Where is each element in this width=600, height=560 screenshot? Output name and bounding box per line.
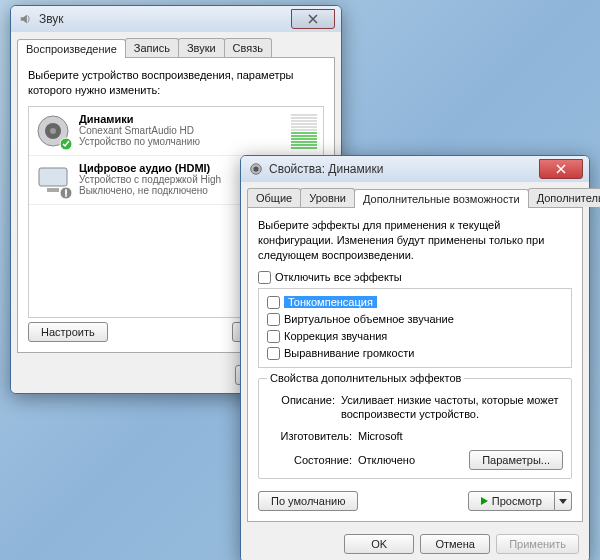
dialog-buttons: OK Отмена Применить [247,528,583,556]
state-value: Отключено [358,454,415,466]
tab-sounds[interactable]: Звуки [178,38,225,57]
level-meter [291,113,317,149]
device-name: Динамики [79,113,291,125]
device-status: Устройство по умолчанию [79,136,291,147]
effect-item[interactable]: Виртуальное объемное звучание [265,312,565,327]
effect-label: Тонкомпенсация [284,296,377,308]
effect-checkbox[interactable] [267,347,280,360]
window-body: Общие Уровни Дополнительные возможности … [241,182,589,560]
device-item[interactable]: Динамики Conexant SmartAudio HD Устройст… [29,107,323,156]
speaker-icon [249,162,263,176]
close-icon [308,14,318,24]
svg-point-8 [253,166,258,171]
preview-label: Просмотр [492,495,542,507]
tab-levels[interactable]: Уровни [300,188,355,207]
disable-all-label: Отключить все эффекты [275,271,402,283]
instruction-text: Выберите устройство воспроизведения, пар… [28,68,324,98]
titlebar[interactable]: Звук [11,6,341,32]
disable-all-input[interactable] [258,271,271,284]
effect-properties-group: Свойства дополнительных эффектов Описани… [258,378,572,480]
effect-item[interactable]: Коррекция звучания [265,329,565,344]
tab-panel: Выберите эффекты для применения к текуще… [247,208,583,522]
configure-button[interactable]: Настроить [28,322,108,342]
close-button[interactable] [539,159,583,179]
manufacturer-label: Изготовитель: [267,430,358,442]
tab-general[interactable]: Общие [247,188,301,207]
tab-advanced[interactable]: Дополнительно [528,188,600,207]
tabs: Воспроизведение Запись Звуки Связь [17,38,335,58]
tab-playback[interactable]: Воспроизведение [17,39,126,58]
description-label: Описание: [267,393,341,423]
ok-button[interactable]: OK [344,534,414,554]
effect-label: Виртуальное объемное звучание [284,313,454,325]
device-driver: Conexant SmartAudio HD [79,125,291,136]
cancel-button[interactable]: Отмена [420,534,490,554]
group-title: Свойства дополнительных эффектов [267,372,464,384]
window-title: Звук [39,12,291,26]
effect-label: Коррекция звучания [284,330,387,342]
window-title: Свойства: Динамики [269,162,539,176]
speaker-properties-window: Свойства: Динамики Общие Уровни Дополнит… [240,155,590,560]
parameters-button[interactable]: Параметры... [469,450,563,470]
default-badge-icon [59,137,73,151]
preview-dropdown-button[interactable] [555,491,572,511]
monitor-icon [35,162,71,198]
effect-label: Выравнивание громкости [284,347,414,359]
titlebar[interactable]: Свойства: Динамики [241,156,589,182]
tabs: Общие Уровни Дополнительные возможности … [247,188,583,208]
effect-item[interactable]: Выравнивание громкости [265,346,565,361]
manufacturer-value: Microsoft [358,430,563,442]
svg-rect-5 [47,188,59,192]
disable-all-checkbox[interactable]: Отключить все эффекты [258,271,572,284]
effects-list[interactable]: Тонкомпенсация Виртуальное объемное звуч… [258,288,572,368]
tab-enhancements[interactable]: Дополнительные возможности [354,189,529,208]
close-icon [556,164,566,174]
tab-recording[interactable]: Запись [125,38,179,57]
apply-button[interactable]: Применить [496,534,579,554]
speaker-icon [35,113,71,149]
description-text: Усиливает низкие частоты, которые может … [341,393,563,423]
tab-communications[interactable]: Связь [224,38,272,57]
close-button[interactable] [291,9,335,29]
play-icon [481,497,488,505]
state-label: Состояние: [267,454,358,466]
disabled-badge-icon [59,186,73,200]
instruction-text: Выберите эффекты для применения к текуще… [258,218,572,263]
preview-button[interactable]: Просмотр [468,491,555,511]
preview-split-button: Просмотр [468,491,572,511]
svg-point-2 [50,128,56,134]
sound-icon [19,12,33,26]
effect-checkbox[interactable] [267,330,280,343]
restore-defaults-button[interactable]: По умолчанию [258,491,358,511]
effect-checkbox[interactable] [267,296,280,309]
effect-checkbox[interactable] [267,313,280,326]
svg-rect-4 [39,168,67,186]
chevron-down-icon [559,499,567,504]
effect-item[interactable]: Тонкомпенсация [265,295,565,310]
